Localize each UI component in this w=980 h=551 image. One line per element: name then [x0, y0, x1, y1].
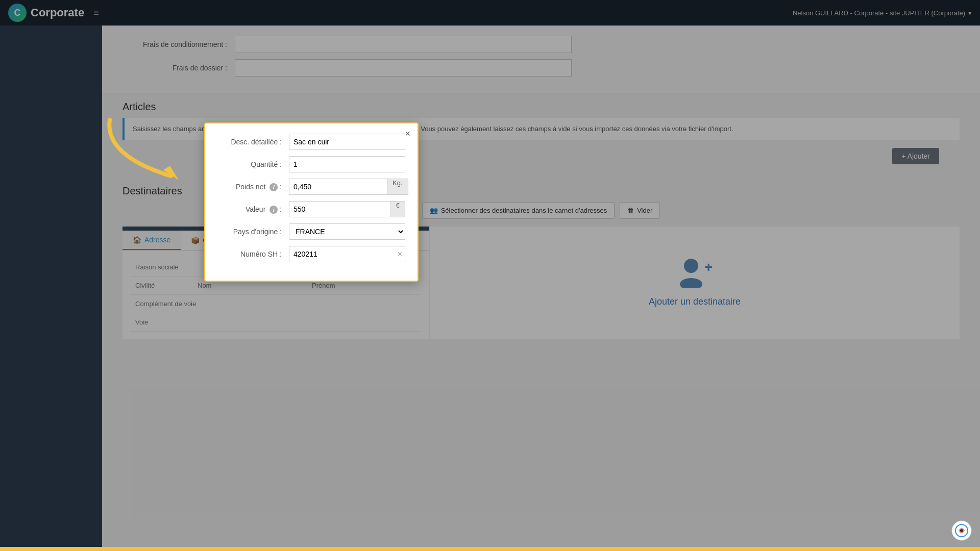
- modal-pays-select[interactable]: FRANCE ALLEMAGNE ESPAGNE ITALIE: [289, 223, 405, 240]
- bottom-bar: [0, 547, 980, 551]
- floating-icon: [951, 520, 972, 541]
- modal-desc-input[interactable]: [289, 134, 405, 150]
- modal-dialog: × Desc. détaillée : Quantité : Poids net…: [204, 122, 419, 282]
- poids-info-icon: i: [270, 183, 278, 191]
- modal-poids-input[interactable]: [289, 179, 387, 195]
- sh-clear-button[interactable]: ×: [398, 249, 402, 259]
- modal-pays-label: Pays d'origine :: [217, 228, 289, 236]
- modal-pays-row: Pays d'origine : FRANCE ALLEMAGNE ESPAGN…: [217, 223, 405, 240]
- modal-valeur-input[interactable]: [289, 201, 390, 217]
- modal-sh-input[interactable]: [289, 246, 405, 262]
- poids-unit-label: Kg.: [387, 179, 408, 195]
- modal-desc-label: Desc. détaillée :: [217, 138, 289, 146]
- modal-valeur-row: Valeur i : €: [217, 201, 405, 217]
- modal-sh-input-group: ×: [289, 246, 405, 262]
- modal-overlay: [0, 0, 980, 551]
- modal-valeur-input-group: €: [289, 201, 405, 217]
- modal-poids-row: Poids net i : Kg.: [217, 179, 405, 195]
- modal-poids-label: Poids net i :: [217, 183, 289, 191]
- modal-qty-row: Quantité :: [217, 156, 405, 172]
- modal-poids-input-group: Kg.: [289, 179, 408, 195]
- modal-qty-label: Quantité :: [217, 160, 289, 168]
- modal-sh-row: Numéro SH : ×: [217, 246, 405, 262]
- modal-desc-row: Desc. détaillée :: [217, 134, 405, 150]
- valeur-info-icon: i: [270, 206, 278, 214]
- modal-qty-input[interactable]: [289, 156, 405, 172]
- svg-point-5: [960, 529, 963, 532]
- modal-close-button[interactable]: ×: [405, 129, 410, 139]
- modal-valeur-label: Valeur i :: [217, 205, 289, 214]
- modal-sh-label: Numéro SH :: [217, 250, 289, 258]
- valeur-unit-label: €: [390, 201, 405, 217]
